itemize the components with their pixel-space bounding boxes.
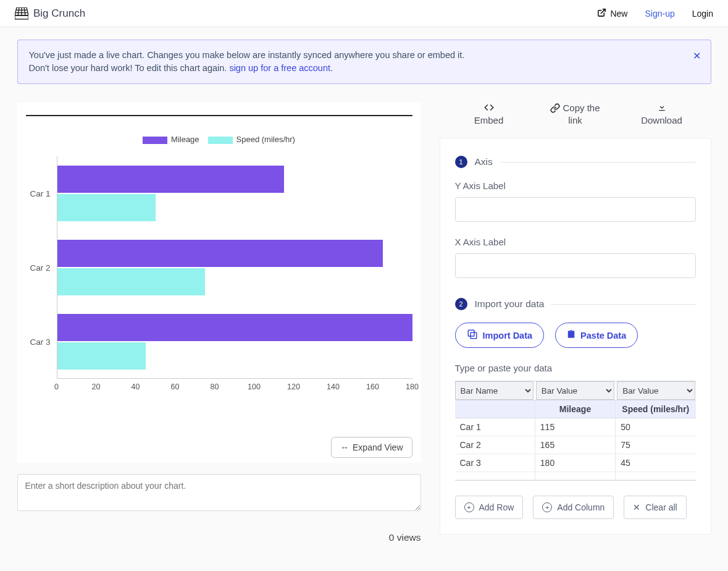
- table-cell[interactable]: Car 3: [455, 454, 535, 472]
- chart-legend: Mileage Speed (miles/hr): [26, 135, 412, 144]
- x-tick-label: 160: [366, 383, 379, 391]
- chart-description: [17, 474, 421, 514]
- clear-all-button[interactable]: ✕Clear all: [624, 496, 686, 519]
- column-type-select[interactable]: Bar Name: [455, 381, 533, 400]
- copy-label-top: Copy the: [532, 103, 619, 115]
- settings-column: Embed Copy the link Download: [440, 103, 711, 543]
- share-actions: Embed Copy the link Download: [440, 103, 711, 132]
- table-cell[interactable]: Car 1: [455, 418, 535, 436]
- svg-line-0: [18, 7, 19, 15]
- login-link[interactable]: Login: [692, 9, 713, 19]
- chart-bars-area: [57, 156, 412, 379]
- close-icon[interactable]: ✕: [693, 49, 701, 63]
- download-action[interactable]: Download: [619, 103, 705, 125]
- table-column-header[interactable]: Mileage: [535, 400, 616, 418]
- x-axis-ticks: 020406080100120140160180: [57, 379, 412, 394]
- table-cell[interactable]: 45: [616, 454, 695, 472]
- table-row: Car 318045: [455, 454, 696, 472]
- download-label: Download: [619, 115, 705, 125]
- column-type-select[interactable]: Bar Value: [536, 381, 614, 400]
- settings-panel: 1 Axis Y Axis Label X Axis Label 2 Impor…: [440, 138, 711, 535]
- legend-swatch-icon: [208, 137, 233, 144]
- download-icon: [619, 103, 705, 115]
- legend-label: Mileage: [171, 135, 199, 144]
- banner-signup-link[interactable]: sign up for a free account.: [229, 63, 333, 73]
- x-tick-label: 0: [54, 383, 59, 391]
- table-row: [455, 472, 696, 480]
- data-table-subheader: MileageSpeed (miles/hr): [455, 400, 696, 418]
- table-cell[interactable]: 50: [616, 418, 695, 436]
- x-tick-label: 20: [92, 383, 101, 391]
- section-import: 2 Import your data: [455, 298, 696, 310]
- table-cell[interactable]: 165: [535, 436, 616, 454]
- section-divider: [551, 304, 695, 305]
- x-tick-label: 60: [171, 383, 180, 391]
- add-column-button[interactable]: +Add Column: [533, 496, 614, 519]
- embed-label: Embed: [446, 115, 532, 125]
- code-icon: [446, 103, 532, 115]
- clipboard-icon: [567, 329, 575, 341]
- import-icon: [467, 329, 478, 342]
- x-tick-label: 180: [406, 383, 419, 391]
- section-title: Axis: [475, 156, 493, 167]
- table-column-header[interactable]: [455, 400, 535, 418]
- y-tick-label: Car 1: [26, 189, 51, 198]
- banner-line-2: Don't lose your hard work! To edit this …: [29, 62, 686, 75]
- chart-bar: [57, 240, 383, 267]
- banner-line-2-prefix: Don't lose your hard work! To edit this …: [29, 63, 230, 73]
- expand-label: Expand View: [353, 442, 403, 452]
- table-cell[interactable]: 75: [616, 436, 695, 454]
- legend-item-speed: Speed (miles/hr): [208, 135, 295, 144]
- import-label: Import Data: [483, 331, 533, 340]
- data-hint: Type or paste your data: [455, 363, 696, 373]
- legend-swatch-icon: [143, 137, 167, 144]
- legend-item-mileage: Mileage: [143, 135, 199, 144]
- table-cell[interactable]: [535, 472, 616, 480]
- external-link-icon: [597, 8, 606, 19]
- new-link[interactable]: New: [597, 8, 627, 19]
- svg-rect-7: [468, 330, 474, 336]
- app-logo-icon: [15, 7, 28, 20]
- close-icon: ✕: [633, 502, 640, 512]
- svg-line-6: [601, 9, 606, 13]
- copy-link-action[interactable]: Copy the link: [532, 103, 619, 125]
- link-icon: [550, 103, 560, 115]
- svg-rect-8: [471, 332, 477, 339]
- chart-column: Mileage Speed (miles/hr) Car 1Car 2Car 3…: [17, 103, 421, 543]
- table-column-header[interactable]: Speed (miles/hr): [616, 400, 695, 418]
- data-table-body: Car 111550Car 216575Car 318045: [455, 418, 696, 480]
- y-tick-label: Car 2: [26, 263, 51, 273]
- app-header: Big Crunch New Sign-up Login: [0, 0, 728, 27]
- y-tick-label: Car 3: [26, 337, 51, 347]
- add-col-label: Add Column: [557, 502, 605, 512]
- svg-line-2: [24, 7, 25, 15]
- x-tick-label: 120: [287, 383, 300, 391]
- expand-view-button[interactable]: ↔ Expand View: [331, 437, 412, 458]
- copy-label-bottom: link: [532, 115, 619, 125]
- clear-label: Clear all: [645, 502, 677, 512]
- paste-label: Paste Data: [580, 331, 626, 340]
- new-label: New: [610, 9, 627, 19]
- paste-data-button[interactable]: Paste Data: [555, 323, 638, 348]
- banner-line-1: You've just made a live chart. Changes y…: [29, 49, 686, 62]
- table-cell[interactable]: 115: [535, 418, 616, 436]
- table-cell[interactable]: Car 2: [455, 436, 535, 454]
- import-data-button[interactable]: Import Data: [455, 323, 545, 348]
- x-axis-input[interactable]: [455, 253, 696, 278]
- step-badge-2: 2: [455, 298, 467, 310]
- y-axis-input[interactable]: [455, 197, 696, 222]
- add-row-label: Add Row: [479, 502, 514, 512]
- y-axis-labels: Car 1Car 2Car 3: [26, 156, 57, 379]
- embed-action[interactable]: Embed: [446, 103, 532, 125]
- bar-group: [57, 231, 412, 305]
- column-type-select[interactable]: Bar Value: [617, 381, 695, 400]
- description-input[interactable]: [17, 474, 421, 511]
- table-cell[interactable]: [616, 472, 695, 480]
- add-row-button[interactable]: +Add Row: [455, 496, 524, 519]
- data-table-header: Bar NameBar ValueBar Value: [455, 381, 696, 400]
- table-cell[interactable]: [455, 472, 535, 480]
- table-cell[interactable]: 180: [535, 454, 616, 472]
- signup-link[interactable]: Sign-up: [645, 9, 674, 19]
- chart-bar: [57, 194, 156, 221]
- chart-top-rule: [26, 115, 412, 116]
